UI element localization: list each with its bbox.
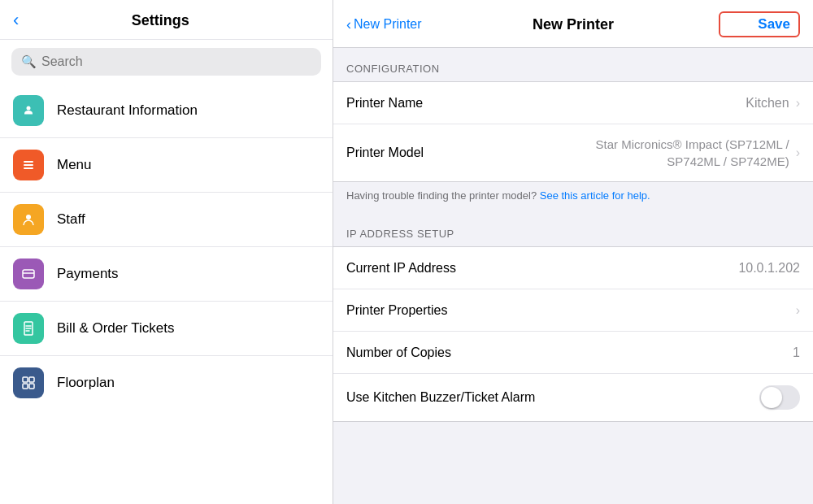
payments-icon — [13, 259, 44, 289]
menu-item-floorplan[interactable]: Floorplan — [0, 356, 333, 410]
search-icon: 🔍 — [21, 54, 37, 69]
label-kitchen-buzzer: Use Kitchen Buzzer/Ticket Alarm — [346, 390, 759, 405]
row-num-copies: Number of Copies1 — [333, 332, 813, 374]
row-current-ip: Current IP Address10.0.1.202 — [333, 247, 813, 289]
menu-item-bill-order[interactable]: Bill & Order Tickets — [0, 302, 333, 356]
svg-point-1 — [26, 215, 31, 219]
restaurant-info-icon — [13, 95, 44, 126]
floorplan-icon — [13, 367, 44, 398]
row-printer-properties[interactable]: Printer Properties› — [333, 289, 813, 332]
back-button-left[interactable]: ‹ — [13, 11, 19, 29]
back-label: New Printer — [354, 17, 422, 32]
floorplan-label: Floorplan — [57, 375, 115, 391]
chevron-icon: › — [796, 96, 800, 111]
help-text-configuration: Having trouble finding the printer model… — [333, 182, 813, 213]
section-header-ip-address: IP ADDRESS SETUP — [333, 213, 813, 246]
back-chevron-icon: ‹ — [346, 16, 351, 33]
search-bar[interactable]: 🔍 — [11, 48, 321, 76]
right-header: ‹ New Printer New Printer Save — [333, 0, 813, 48]
settings-title: Settings — [28, 12, 292, 29]
svg-rect-2 — [23, 270, 34, 278]
left-panel: ‹ Settings 🔍 Restaurant Information Menu… — [0, 0, 333, 504]
toggle-kitchen-buzzer[interactable] — [759, 385, 800, 410]
payments-label: Payments — [57, 266, 119, 282]
search-input[interactable] — [41, 54, 311, 69]
card-ip-address: Current IP Address10.0.1.202Printer Prop… — [333, 246, 813, 422]
bill-order-icon — [13, 313, 44, 344]
value-printer-name: Kitchen — [746, 96, 789, 111]
svg-rect-7 — [29, 384, 34, 389]
value-num-copies: 1 — [793, 345, 800, 360]
staff-label: Staff — [57, 211, 85, 228]
help-link[interactable]: See this article for help. — [540, 189, 650, 202]
menu-item-staff[interactable]: Staff — [0, 193, 333, 247]
menu-item-restaurant-info[interactable]: Restaurant Information — [0, 84, 333, 138]
menu-item-payments[interactable]: Payments — [0, 247, 333, 302]
label-current-ip: Current IP Address — [346, 261, 738, 276]
svg-point-0 — [27, 106, 31, 111]
label-printer-model: Printer Model — [346, 146, 594, 160]
search-container: 🔍 — [0, 40, 333, 84]
staff-icon — [13, 204, 44, 235]
row-kitchen-buzzer[interactable]: Use Kitchen Buzzer/Ticket Alarm — [333, 374, 813, 421]
svg-rect-4 — [23, 377, 28, 382]
svg-rect-6 — [23, 384, 28, 389]
restaurant-info-label: Restaurant Information — [57, 102, 198, 119]
value-current-ip: 10.0.1.202 — [738, 261, 800, 276]
card-configuration: Printer NameKitchen›Printer ModelStar Mi… — [333, 81, 813, 182]
row-printer-model[interactable]: Printer ModelStar Micronics® Impact (SP7… — [333, 124, 813, 181]
label-printer-name: Printer Name — [346, 96, 746, 111]
right-panel: ‹ New Printer New Printer Save CONFIGURA… — [333, 0, 813, 504]
menu-list: Restaurant Information Menu Staff Paymen… — [0, 84, 333, 504]
right-title: New Printer — [428, 16, 719, 33]
label-num-copies: Number of Copies — [346, 345, 793, 360]
menu-icon — [13, 150, 44, 180]
toggle-knob — [761, 387, 782, 408]
label-printer-properties: Printer Properties — [346, 303, 789, 318]
left-header: ‹ Settings — [0, 0, 333, 40]
menu-label: Menu — [57, 157, 92, 173]
back-button-right[interactable]: ‹ New Printer — [346, 16, 428, 33]
section-header-configuration: CONFIGURATION — [333, 48, 813, 81]
bill-order-label: Bill & Order Tickets — [57, 320, 175, 337]
value-printer-model: Star Micronics® Impact (SP712ML / SP742M… — [594, 136, 789, 170]
right-content: CONFIGURATIONPrinter NameKitchen›Printer… — [333, 48, 813, 504]
save-button[interactable]: Save — [719, 11, 800, 37]
chevron-icon: › — [796, 146, 800, 160]
svg-rect-5 — [29, 377, 34, 382]
menu-item-menu[interactable]: Menu — [0, 138, 333, 193]
row-printer-name[interactable]: Printer NameKitchen› — [333, 82, 813, 124]
chevron-icon: › — [796, 303, 800, 318]
